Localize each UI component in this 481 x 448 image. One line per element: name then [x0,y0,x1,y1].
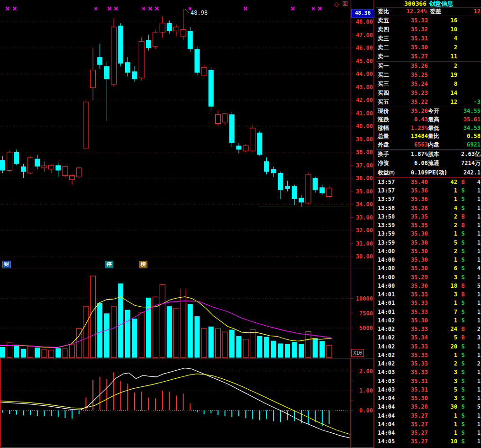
tick-volume: 18 [428,282,457,290]
tick-row[interactable]: 13:5935.352B1 [376,221,481,229]
tick-price: 35.34 [399,333,428,342]
tick-row[interactable]: 14:0535.2710S1 [376,437,481,446]
tick-row[interactable]: 13:5735.4042B4 [376,178,481,186]
candle-body-up [28,157,33,173]
volume-axis-label: 10000 [356,295,373,302]
tick-row[interactable]: 13:5735.361S1 [376,195,481,203]
tick-row[interactable]: 14:0135.333B1 [376,290,481,299]
tick-time: 14:01 [378,299,399,307]
level-size: 4 [428,34,457,43]
bid-row[interactable]: 买四35.2314 [376,89,481,98]
tick-row[interactable]: 14:0235.345B3 [376,333,481,342]
bid-row[interactable]: 买二35.2519 [376,71,481,80]
stock-header[interactable]: 300366创意信息 [376,0,481,7]
ask-row[interactable]: 卖五35.3316 [376,16,481,25]
time-and-sales-list[interactable]: 13:5735.4042B413:5735.361S113:5735.361S1… [376,178,481,446]
stat-label: 最低 [428,124,455,133]
ask-row[interactable]: 卖三35.314 [376,34,481,43]
tick-row[interactable]: 14:0035.306S4 [376,264,481,273]
candle-body-up [201,67,207,75]
volume-bar-down [125,310,130,358]
signal-markers [6,7,322,10]
tick-price: 35.33 [399,359,428,368]
diamond-icon[interactable]: ◇ [334,0,339,8]
tick-price: 35.36 [399,186,428,195]
tick-row[interactable]: 14:0235.3320S1 [376,342,481,351]
tick-time: 13:59 [378,238,399,247]
tick-row[interactable]: 14:0435.271S1 [376,411,481,420]
tick-row[interactable]: 14:0135.337S1 [376,308,481,316]
level-extra: -3 [457,98,481,107]
price-axis-label: 39.00 [356,136,373,143]
tick-row[interactable]: 14:0035.302S1 [376,247,481,256]
volume-axis-label: 7500 [359,310,373,317]
candle-body-up [243,146,248,151]
tick-side: S [457,429,469,437]
bid-row[interactable]: 买三35.248 [376,80,481,89]
tick-row[interactable]: 14:0435.303S1 [376,394,481,402]
tick-time: 14:04 [378,429,399,437]
strip-button-停[interactable]: 停 [105,261,113,268]
kline-chart-svg[interactable]: 48.9848.0047.0046.0045.0044.0043.0042.00… [0,0,374,448]
strip-button-财[interactable]: 财 [2,261,11,268]
tick-price: 35.30 [399,247,428,256]
tick-row[interactable]: 14:0135.331S1 [376,299,481,307]
tick-row[interactable]: 14:0035.293S1 [376,273,481,282]
volume-bar-down [278,344,283,358]
ask-row[interactable]: 卖二35.302 [376,43,481,52]
price-axis-label: 36.00 [356,175,373,182]
tick-row[interactable]: 13:5935.305S1 [376,238,481,247]
tick-row[interactable]: 14:0335.315S1 [376,385,481,394]
quote-panel: 300366创意信息 委比 12.24% 委差 12 卖五35.3316卖四35… [376,0,481,448]
candle-body-down [257,133,262,155]
tick-time: 14:00 [378,273,399,282]
price-axis-label: 47.00 [356,32,373,38]
candle-body-down [188,31,193,49]
tick-row[interactable]: 14:0435.2830S5 [376,402,481,411]
ask-row[interactable]: 卖一35.2711 [376,52,481,61]
stat-value: 13484 [399,132,428,141]
weibi-label: 委比 [378,8,394,16]
tick-volume: 2 [428,212,457,221]
tick-row[interactable]: 13:5735.361S1 [376,186,481,195]
candle-body-down [0,160,5,171]
bid-row[interactable]: 买一35.262 [376,62,481,71]
stat-label: 流通 [428,159,455,168]
tick-row[interactable]: 13:5835.352B1 [376,212,481,221]
volume-bar-down [97,303,102,358]
tick-time: 13:58 [378,204,399,212]
tick-count: 1 [469,238,481,247]
tick-row[interactable]: 14:0335.313S1 [376,377,481,385]
tick-time: 14:02 [378,351,399,359]
candle-body-down [132,72,137,80]
tick-row[interactable]: 14:0035.3018B5 [376,282,481,290]
tick-count: 3 [469,333,481,342]
candle-body-down [292,186,297,200]
ask-row[interactable]: 卖四35.3210 [376,25,481,34]
level-label: 卖五 [378,16,399,25]
window-icon[interactable]: 回 [342,0,348,8]
volume-bar-down [313,338,318,357]
tick-row[interactable]: 14:0335.333S1 [376,368,481,376]
bid-row[interactable]: 买五35.2212-3 [376,98,481,107]
strip-button-榜[interactable]: 榜 [139,261,147,268]
candle-body-down [285,186,290,189]
tick-row[interactable]: 14:0435.271S1 [376,429,481,437]
tick-row[interactable]: 13:5935.301S1 [376,229,481,238]
tick-row[interactable]: 14:0235.3324B2 [376,325,481,333]
tick-price: 35.30 [399,229,428,238]
stat-label: 收益㈢ [378,168,399,177]
tick-row[interactable]: 13:5835.284S1 [376,204,481,212]
tick-row[interactable]: 14:0235.331S1 [376,351,481,359]
tick-row[interactable]: 14:0035.301S1 [376,256,481,264]
tick-row[interactable]: 14:0235.332S2 [376,359,481,368]
tick-volume: 1 [428,299,457,307]
price-axis-label: 34.00 [356,201,373,208]
stat-row: 外盘6563内盘6921 [376,141,481,149]
tick-row[interactable]: 14:0235.301S1 [376,316,481,325]
level-label: 买五 [378,98,399,107]
volume-bar-down [0,347,5,358]
stat-value: 6.08 [399,159,428,168]
tick-row[interactable]: 14:0435.271S1 [376,420,481,429]
tick-count: 4 [469,178,481,186]
